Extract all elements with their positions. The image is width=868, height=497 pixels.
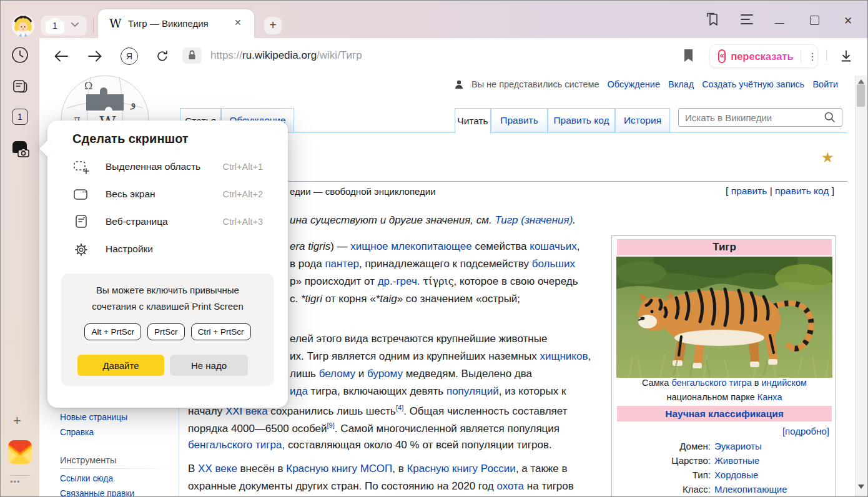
tax-row-domain: Домен: Эукариоты [618, 439, 831, 453]
wiki-link[interactable]: хищников [540, 350, 588, 362]
details-label: [подробно] [782, 426, 829, 436]
tax-value-link[interactable]: Эукариоты [714, 439, 831, 453]
wiki-link[interactable]: бенгальского тигра [671, 378, 751, 388]
taxobox: Тигр [611, 235, 836, 497]
tax-row-kingdom: Царство: Животные [618, 453, 831, 468]
text-run: era tigris [290, 240, 330, 252]
text-run: , [577, 240, 580, 252]
text-run: порядка 4000—6500 особей [188, 423, 327, 435]
accept-button[interactable]: Давайте [77, 355, 164, 376]
article-text-line: в рода пантер, принадлежащего к подсемей… [290, 258, 575, 270]
tax-label: Царство: [618, 453, 711, 468]
sidebar-link-related-changes[interactable]: Связанные правки [60, 489, 134, 497]
shortcut-chips: Alt + PrtScr PrtScr Ctrl + PrtScr [61, 323, 274, 340]
chip-ctrl-prtscr: Ctrl + PrtScr [191, 323, 251, 340]
sidebar-link-new-pages[interactable]: Новые страницы [60, 413, 127, 422]
text-run: , а также в [516, 463, 568, 475]
image-caption-line1: Самка бенгальского тигра в индийском [612, 378, 837, 388]
text-run: В [188, 463, 198, 475]
wiki-link[interactable]: хищное млекопитающее [350, 240, 471, 252]
text-run: в рода [290, 258, 325, 270]
menu-item-shortcut: Ctrl+Alt+2 [223, 189, 263, 199]
menu-item-label: Настройки [106, 244, 153, 255]
scrollbar-thumb[interactable] [857, 84, 865, 107]
article-text-line: бенгальского тигра, составляющая около 4… [188, 439, 552, 451]
decline-button[interactable]: Не надо [170, 355, 248, 376]
tax-label: Тип: [618, 468, 711, 482]
menu-item-selected-area[interactable]: Выделенная область Ctrl+Alt+1 [47, 154, 288, 181]
classification-link[interactable]: Научная классификация [665, 408, 784, 419]
gear-icon [72, 241, 90, 258]
sidebar-heading-rule [60, 468, 175, 469]
menu-item-shortcut: Ctrl+Alt+3 [223, 217, 263, 227]
text-run: охранные документы других стран. По сост… [188, 480, 496, 492]
article-text-line: с. *tigri от корня «*taig» со значением … [290, 293, 520, 305]
webpage-icon [73, 213, 91, 230]
wiki-link[interactable]: белому [319, 368, 355, 380]
tax-label: Домен: [618, 439, 711, 453]
menu-item-label: Выделенная область [106, 161, 200, 172]
text-run: . Самой многочисленной является популяци… [335, 423, 560, 435]
text-run: тигра, включающих девять [308, 385, 446, 397]
text-run: [4] [396, 404, 403, 411]
wiki-link[interactable]: бенгальского тигра [188, 439, 282, 451]
screenshot-popup: Сделать скриншот Выделенная область Ctrl… [47, 121, 288, 408]
printscreen-hint-card: Вы можете включить привычные сочетания с… [61, 273, 274, 386]
wiki-link[interactable]: охота [496, 480, 524, 492]
popup-title: Сделать скриншот [72, 132, 189, 146]
wiki-link[interactable]: больших [532, 258, 575, 270]
text-run: на тигров [524, 480, 574, 492]
text-run: . [573, 214, 576, 226]
menu-item-settings[interactable]: Настройки [47, 236, 288, 263]
text-run: с. [290, 293, 301, 305]
article-text-line: охранные документы других стран. По сост… [188, 480, 574, 493]
wiki-link[interactable]: бурому [367, 368, 403, 380]
tax-row-class: Класс: Млекопитающие [618, 482, 831, 496]
text-run: сохранились лишь шесть [268, 405, 396, 417]
wiki-link[interactable]: пантер [325, 258, 359, 270]
article-text-line: В XX веке внесён в Красную книгу МСОП, в… [188, 463, 568, 475]
text-run: . Общая численность составляет [403, 405, 567, 417]
tax-value-link[interactable]: Животные [714, 453, 831, 468]
wiki-link[interactable]: Красную книгу МСОП [286, 463, 392, 475]
wiki-link[interactable]: Канха [757, 392, 782, 402]
article-text-line: едии — свободной энциклопедии [290, 185, 436, 198]
wiki-link[interactable]: индийском [761, 378, 807, 388]
wiki-link[interactable]: кошачьих [530, 240, 577, 252]
scroll-down-icon[interactable] [858, 485, 864, 489]
tax-row-phylum: Тип: Хордовые [618, 468, 831, 482]
wiki-link[interactable]: Красную книгу России [407, 463, 515, 475]
article-text-line: р» происходит от др.-греч. τίγρις, котор… [290, 275, 578, 288]
wiki-link[interactable]: др.-греч. [378, 275, 420, 287]
sidebar-link-whatlinkshere[interactable]: Ссылки сюда [60, 474, 113, 483]
sidebar-link-help[interactable]: Справка [60, 428, 94, 437]
text-run: в [752, 378, 762, 388]
tiger-image[interactable] [616, 257, 832, 378]
text-run: медведям. Выделено два [403, 368, 532, 380]
wiki-link[interactable]: ида [290, 385, 308, 397]
tax-value-link[interactable]: Млекопитающие [714, 482, 831, 496]
tax-value-link[interactable]: Хордовые [714, 468, 831, 482]
text-run: » со значением «острый; [397, 293, 520, 305]
details-link[interactable]: [подробно] [782, 426, 829, 436]
page-scrollbar[interactable] [855, 76, 867, 497]
wiki-link[interactable]: Тигр (значения) [495, 214, 573, 226]
text-run: , составляющая около 40 % от всей популя… [282, 439, 551, 451]
article-text-line: елей этого вида встречаются крупнейшие ж… [290, 333, 547, 345]
wiki-link[interactable]: XX веке [198, 463, 237, 475]
hint-line2: сочетания с клавишей Print Screen [61, 301, 274, 312]
taxobox-title: Тигр [617, 239, 832, 255]
menu-item-full-screen[interactable]: Весь экран Ctrl+Alt+2 [47, 181, 288, 209]
wiki-link[interactable]: популяций [446, 385, 499, 397]
text-run: τίγρις [423, 275, 453, 287]
tab-read[interactable]: Читать [455, 108, 491, 134]
classification-header[interactable]: Научная классификация [617, 406, 832, 421]
text-run: р» происходит от [290, 275, 378, 287]
screen-icon [72, 186, 90, 204]
menu-item-web-page[interactable]: Веб-страница Ctrl+Alt+3 [47, 209, 288, 236]
menu-item-shortcut: Ctrl+Alt+1 [223, 162, 263, 172]
text-run: елей этого вида встречаются крупнейшие ж… [290, 333, 547, 345]
scroll-up-icon[interactable] [858, 79, 864, 84]
text-run: и [355, 368, 367, 380]
text-run: [9] [327, 421, 335, 429]
